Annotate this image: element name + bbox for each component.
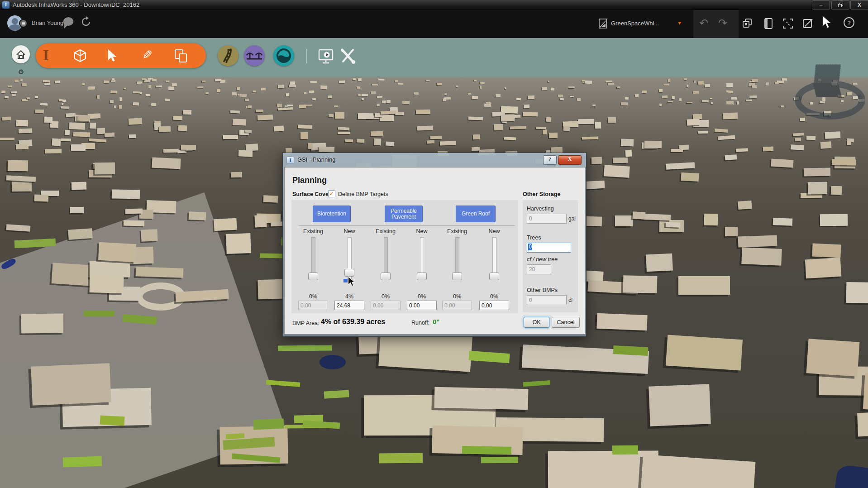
- building: [812, 244, 841, 258]
- building: [735, 148, 748, 153]
- building: [681, 172, 699, 182]
- dialog-heading: Planning: [292, 176, 327, 185]
- minimize-button[interactable]: –: [812, 0, 830, 10]
- building: [245, 130, 252, 133]
- chat-icon[interactable]: [63, 17, 73, 26]
- bridges-tool-button[interactable]: [244, 45, 265, 66]
- duplicate-shapes-icon[interactable]: [173, 48, 188, 63]
- bio-new-value-input[interactable]: [334, 301, 364, 310]
- building: [61, 139, 71, 142]
- building: [468, 351, 510, 363]
- building: [122, 314, 157, 325]
- compass-east[interactable]: E: [858, 93, 862, 100]
- user-menu-icon[interactable]: [19, 19, 28, 28]
- harvesting-input[interactable]: [527, 214, 567, 224]
- gr-new-slider-handle[interactable]: [489, 273, 499, 280]
- harvesting-label: Harvesting: [527, 206, 554, 212]
- home-button[interactable]: [12, 45, 30, 63]
- cancel-button[interactable]: Cancel: [552, 317, 580, 328]
- building: [84, 311, 114, 316]
- building: [692, 114, 701, 119]
- define-bmp-label: Define BMP Targets: [338, 191, 388, 197]
- gear-icon[interactable]: ⚙: [18, 68, 24, 76]
- view-cube-top[interactable]: [814, 64, 841, 84]
- bioretention-button[interactable]: Bioretention: [313, 206, 351, 222]
- pp-new-slider-handle[interactable]: [417, 273, 427, 280]
- building: [261, 88, 266, 91]
- building: [260, 253, 285, 258]
- fullscreen-icon[interactable]: [782, 17, 794, 30]
- building: [230, 110, 240, 113]
- restore-button[interactable]: [831, 0, 849, 10]
- dialog-help-button[interactable]: ?: [543, 155, 557, 165]
- draw-pencil-icon[interactable]: ✎: [138, 48, 153, 63]
- close-button[interactable]: X: [850, 0, 868, 10]
- building: [310, 81, 317, 83]
- dialog-titlebar[interactable]: I GSI - Planning ? X: [283, 153, 586, 167]
- roads-tool-button[interactable]: [218, 45, 238, 66]
- select-cursor-icon[interactable]: [105, 48, 119, 63]
- building: [133, 91, 140, 94]
- building: [90, 261, 130, 278]
- ok-button[interactable]: OK: [524, 317, 549, 328]
- building: [44, 148, 62, 153]
- sync-icon[interactable]: [81, 16, 91, 28]
- undo-button[interactable]: ↶: [699, 17, 708, 29]
- building: [437, 83, 442, 85]
- building: [620, 102, 628, 105]
- define-bmp-checkbox[interactable]: ✓: [328, 190, 335, 197]
- building: [495, 94, 500, 97]
- building: [124, 220, 145, 226]
- view-cube[interactable]: W E S: [794, 62, 868, 123]
- building: [329, 114, 334, 117]
- building: [595, 122, 601, 129]
- building: [417, 126, 433, 131]
- bio-new-percent: 4%: [334, 293, 365, 300]
- pp-new-value-input[interactable]: [407, 301, 437, 310]
- building: [178, 125, 187, 130]
- building: [338, 132, 350, 134]
- surface-layers-icon[interactable]: [741, 17, 754, 30]
- building: [62, 456, 102, 468]
- building: [334, 105, 338, 106]
- green-roof-button[interactable]: Green Roof: [456, 206, 496, 222]
- presentation-icon[interactable]: [317, 48, 335, 65]
- harvesting-unit: gal: [568, 215, 576, 222]
- gr-new-value-input[interactable]: [479, 301, 509, 310]
- storyboard-icon[interactable]: [762, 17, 775, 30]
- dialog-close-button[interactable]: X: [558, 155, 582, 165]
- building: [165, 99, 170, 101]
- view-cube-front[interactable]: [813, 83, 841, 97]
- settings-tools-icon[interactable]: [339, 48, 357, 65]
- redo-button[interactable]: ↷: [718, 17, 727, 29]
- building: [738, 201, 752, 210]
- building: [338, 127, 349, 130]
- main-tool-ribbon: I ✎: [36, 43, 206, 68]
- building: [523, 112, 538, 117]
- building: [749, 96, 757, 99]
- design-review-icon[interactable]: [801, 17, 814, 30]
- bio-new-slider-handle[interactable]: [344, 269, 354, 277]
- trees-input[interactable]: [527, 243, 571, 253]
- drainage-tool-button[interactable]: [273, 45, 294, 66]
- building: [62, 100, 66, 102]
- building: [738, 235, 777, 248]
- building: [693, 91, 699, 94]
- building: [137, 81, 143, 84]
- compass-west[interactable]: W: [796, 95, 802, 102]
- slider-active-mark: [343, 279, 348, 282]
- compass-south[interactable]: S: [827, 112, 831, 119]
- building: [105, 133, 114, 137]
- model-cube-icon[interactable]: [73, 48, 87, 63]
- chevron-down-icon[interactable]: ▾: [678, 19, 681, 26]
- building: [55, 80, 61, 83]
- help-icon[interactable]: ?: [844, 17, 854, 28]
- building: [328, 96, 332, 99]
- building: [362, 98, 364, 100]
- proposal-selector[interactable]: GreenSpaceWhi...: [611, 20, 659, 27]
- infraworks-intensity-icon[interactable]: I: [43, 46, 49, 64]
- building: [504, 137, 515, 140]
- permeable-pavement-button[interactable]: Permeable Pavement: [385, 206, 423, 222]
- building: [666, 222, 681, 228]
- building: [568, 86, 575, 88]
